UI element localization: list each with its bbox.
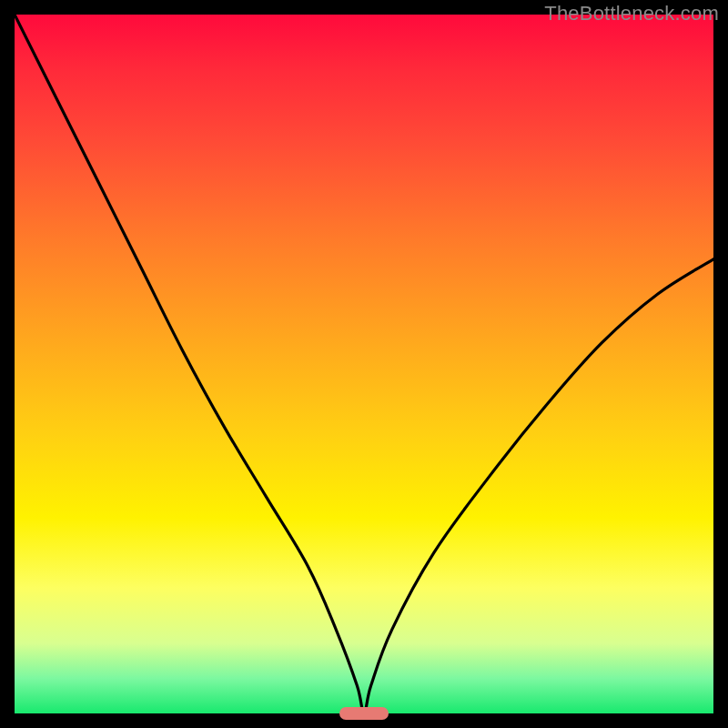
watermark-text: TheBottleneck.com	[544, 2, 719, 25]
chart-frame: TheBottleneck.com	[0, 0, 728, 728]
bottleneck-curve	[15, 15, 713, 713]
minimum-marker	[339, 707, 389, 719]
curve-path	[15, 15, 713, 713]
plot-area	[15, 15, 713, 713]
